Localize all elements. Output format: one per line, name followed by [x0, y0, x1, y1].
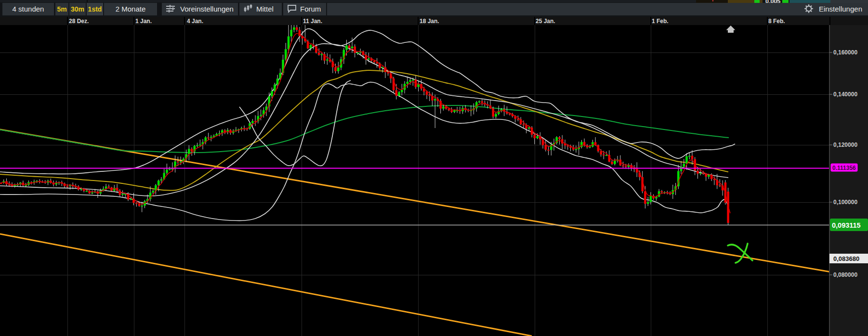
svg-text:0,160000: 0,160000 [833, 49, 857, 56]
svg-text:0,093115: 0,093115 [832, 221, 861, 229]
svg-text:0.111356: 0.111356 [832, 165, 856, 171]
svg-text:0,083680: 0,083680 [833, 255, 859, 262]
svg-text:0,080000: 0,080000 [833, 271, 857, 278]
svg-text:0,140000: 0,140000 [833, 91, 857, 98]
svg-text:0,100000: 0,100000 [833, 199, 857, 206]
svg-text:0,120000: 0,120000 [833, 142, 857, 148]
